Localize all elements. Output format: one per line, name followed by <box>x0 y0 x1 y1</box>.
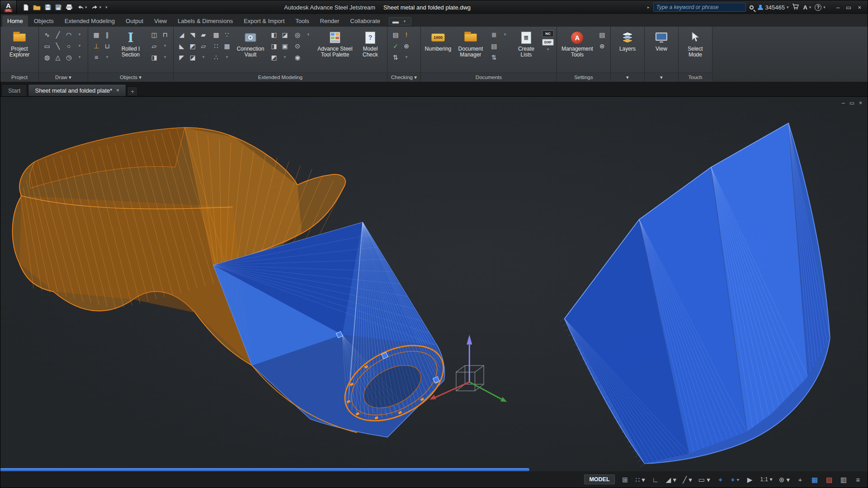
pattern-flyout-caret[interactable]: ▾ <box>223 55 231 59</box>
help-button[interactable]: ?▾ <box>815 4 826 11</box>
pipe-icon[interactable]: ◎ <box>293 32 302 38</box>
polar-tracking-toggle[interactable]: ◢ ▾ <box>666 476 676 483</box>
dynamic-ucs-toggle[interactable]: ▶ <box>746 476 754 483</box>
polyline-icon[interactable]: ∿ <box>43 32 51 38</box>
group-label-objects[interactable]: Objects ▾ <box>88 72 173 82</box>
split-plate-icon[interactable]: ◪ <box>189 54 197 61</box>
minimize-viewport-icon[interactable]: – <box>842 100 845 106</box>
plate-join-icon[interactable]: ◨ <box>270 43 278 49</box>
collision-warning-icon[interactable]: ! <box>402 32 410 38</box>
check-settings-icon[interactable]: ⊛ <box>402 43 410 49</box>
defaults-icon[interactable]: ▤ <box>598 32 606 38</box>
ribbon-tab-export-import[interactable]: Export & Import <box>239 15 289 27</box>
shrink-plate-icon[interactable]: ▰ <box>199 32 208 38</box>
plate-merge-icon[interactable]: ◩ <box>270 54 278 61</box>
clean-screen-toggle[interactable]: ▥ <box>840 476 848 483</box>
grid-display-toggle[interactable]: ⊞ <box>621 476 629 483</box>
beam-flyout-caret[interactable]: ▾ <box>161 44 169 48</box>
rolled-i-section-button[interactable]: I Rolled I Section <box>114 29 147 59</box>
close-viewport-icon[interactable]: × <box>859 100 862 106</box>
clash-check-icon[interactable]: ▤ <box>392 32 400 38</box>
model-check-button[interactable]: ? Model Check <box>356 29 384 59</box>
restore-viewport-icon[interactable]: ▭ <box>849 100 854 106</box>
account-caret-icon[interactable]: ▾ <box>787 5 789 9</box>
ribbon-tab-output[interactable]: Output <box>121 15 148 27</box>
group-label-touch[interactable]: Touch <box>679 72 712 82</box>
search-input[interactable] <box>653 3 746 12</box>
draw-flyout-caret[interactable]: ▾ <box>75 55 84 59</box>
app-logo-button[interactable]: A STL <box>0 0 17 14</box>
fold-corner2-icon[interactable]: ◣ <box>178 43 186 49</box>
folded-plate-icon[interactable]: ▱ <box>150 43 158 49</box>
new-tab-button[interactable]: + <box>127 86 138 96</box>
circle-icon[interactable]: ○ <box>65 43 73 49</box>
ribbon-tab-home[interactable]: Home <box>2 15 28 27</box>
nc-export-button[interactable]: NC <box>542 30 554 37</box>
isometric-drafting-toggle[interactable]: ╱ ▾ <box>683 476 692 483</box>
quick-properties-toggle[interactable]: ▦ <box>811 476 819 483</box>
plate-icon[interactable]: ≡ <box>92 54 100 61</box>
layers-button[interactable]: Layers <box>613 29 642 53</box>
customize-qat-caret[interactable]: ▾ <box>105 5 108 9</box>
fold-corner-icon[interactable]: ◢ <box>178 32 186 38</box>
drawing-viewport[interactable]: – ▭ × <box>0 96 868 471</box>
line-icon[interactable]: ╱ <box>54 32 62 38</box>
search-icon[interactable] <box>750 5 754 9</box>
group-label-documents[interactable]: Documents <box>421 72 557 82</box>
tab-document[interactable]: Sheet metal and folded plate* × <box>28 84 126 96</box>
update-docs-icon[interactable]: ⇅ <box>490 54 498 61</box>
app-store-cart-button[interactable] <box>792 4 799 11</box>
connection-vault-button[interactable]: Connection Vault <box>234 29 267 59</box>
group-label-project[interactable]: Project <box>0 72 38 82</box>
hole-pattern-icon[interactable]: ∴ <box>212 54 220 61</box>
group-label-layers[interactable]: ▾ <box>611 72 644 82</box>
fold-back-icon[interactable]: ◥ <box>189 32 197 38</box>
revision-cloud-icon[interactable]: ◷ <box>65 54 73 61</box>
annotation-scale-button[interactable]: 1:1 ▾ <box>760 477 773 483</box>
polygon-icon[interactable]: △ <box>54 54 62 61</box>
object-snap-tracking-toggle[interactable]: ▭ ▾ <box>698 476 710 483</box>
infer-constraints-toggle[interactable]: ∟ <box>651 476 660 483</box>
options-icon[interactable]: ⊛ <box>598 43 606 49</box>
group-label-draw[interactable]: Draw ▾ <box>39 72 88 82</box>
new-file-button[interactable] <box>23 4 29 11</box>
arc-icon[interactable]: ◠ <box>65 32 73 38</box>
graphics-performance-toggle[interactable]: ▨ <box>825 476 833 483</box>
ribbon-tab-extended-modeling[interactable]: Extended Modeling <box>60 15 120 27</box>
drawing-doc-icon[interactable]: ▤ <box>490 43 498 49</box>
bolt-pattern-icon[interactable]: ∷ <box>212 43 220 49</box>
ribbon-tab-tools[interactable]: Tools <box>291 15 314 27</box>
workspace-icon[interactable]: ▬ <box>392 18 400 24</box>
tab-close-icon[interactable]: × <box>116 87 119 94</box>
ribbon-tab-objects[interactable]: Objects <box>29 15 59 27</box>
autodesk-caret-icon[interactable]: ▾ <box>809 5 811 9</box>
undo-caret-icon[interactable]: ▾ <box>85 5 87 9</box>
customization-button[interactable]: ≡ <box>854 476 862 483</box>
arc-flyout-caret[interactable]: ▾ <box>75 33 84 37</box>
construction-line-icon[interactable]: ╲ <box>54 43 62 49</box>
workspace-caret[interactable]: ▾ <box>401 19 409 23</box>
save-as-button[interactable] <box>55 4 61 10</box>
grid-table-icon[interactable]: ▦ <box>92 32 100 38</box>
project-explorer-button[interactable]: Project Explorer <box>3 29 36 59</box>
hatch-icon[interactable]: ◍ <box>43 54 51 61</box>
object-snap-toggle[interactable]: ⌖ <box>717 476 725 483</box>
stretch-plate-icon[interactable]: ▱ <box>199 43 208 49</box>
tube-flange-icon[interactable]: ◉ <box>293 54 302 61</box>
ribbon-tab-labels-dimensions[interactable]: Labels & Dimensions <box>173 15 238 27</box>
rectangle-icon[interactable]: ▭ <box>43 43 51 49</box>
account-button[interactable]: 345465 ▾ <box>757 4 789 11</box>
approve-check-icon[interactable]: ✓ <box>392 43 400 49</box>
keytip-arrow-icon[interactable]: ▸ <box>647 5 650 9</box>
select-mode-button[interactable]: Select Mode <box>681 29 709 59</box>
cone-icon[interactable]: ⊙ <box>293 43 302 49</box>
curved-beam-icon[interactable]: ◨ <box>150 54 158 61</box>
dxf-export-button[interactable]: DXF <box>542 39 554 46</box>
view-button[interactable]: View <box>647 29 675 53</box>
compound-beam-icon[interactable]: ◫ <box>150 32 158 38</box>
twist-plate-icon[interactable]: ◩ <box>189 43 197 49</box>
ribbon-tab-view[interactable]: View <box>149 15 172 27</box>
plate-fold-tool-icon[interactable]: ◧ <box>270 32 278 38</box>
channel-section-icon[interactable]: ⊔ <box>103 43 111 49</box>
open-file-button[interactable] <box>33 5 41 10</box>
